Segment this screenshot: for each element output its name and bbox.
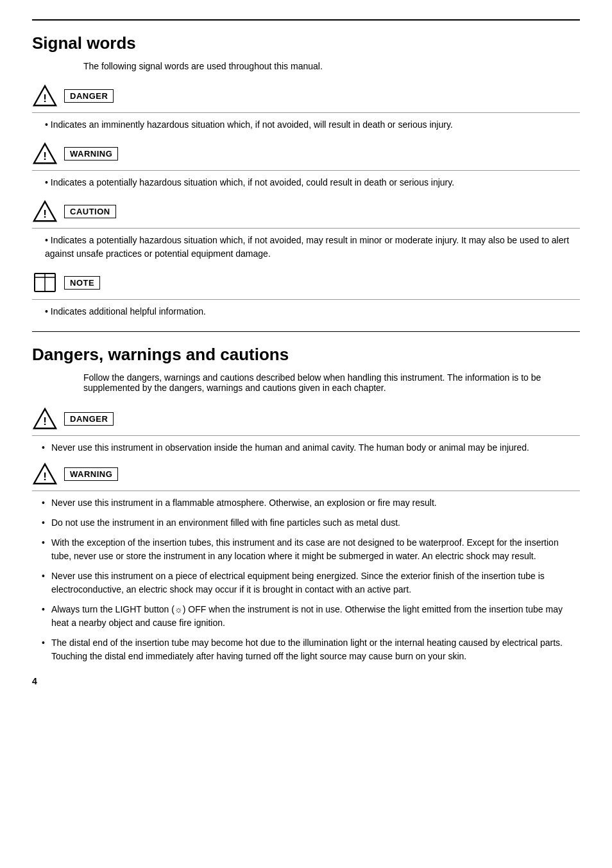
warning-triangle-icon: ! — [32, 141, 58, 166]
section-divider — [32, 331, 580, 332]
caution-triangle-icon: ! — [32, 198, 58, 224]
dangers-section-title: Dangers, warnings and cautions — [32, 345, 580, 365]
note-label: NOTE — [64, 276, 100, 290]
danger-signal-header: ! DANGER — [32, 83, 580, 113]
warning-bullet-5: Always turn the LIGHT button (☼) OFF whe… — [45, 603, 580, 630]
note-signal-header: NOTE — [32, 270, 580, 300]
svg-text:!: ! — [43, 150, 47, 162]
signal-words-title: Signal words — [32, 33, 580, 53]
danger-bullet-1: Never use this instrument in observation… — [45, 441, 580, 455]
warning-bullet-3: With the exception of the insertion tube… — [45, 536, 580, 563]
svg-text:!: ! — [43, 471, 47, 483]
caution-label: CAUTION — [64, 205, 116, 218]
warning-bullet-4: Never use this instrument on a piece of … — [45, 569, 580, 596]
signal-words-intro: The following signal words are used thro… — [83, 61, 580, 71]
section-warning-bullets: Never use this instrument in a flammable… — [45, 496, 580, 663]
danger-description: Indicates an imminently hazardous situat… — [45, 118, 580, 132]
signal-words-section: Signal words The following signal words … — [32, 33, 580, 318]
section-danger-bullets: Never use this instrument in observation… — [45, 441, 580, 455]
section-warning-icon: ! — [32, 461, 58, 487]
page-number: 4 — [32, 676, 580, 686]
warning-bullet-2: Do not use the instrument in an environm… — [45, 516, 580, 530]
caution-signal-header: ! CAUTION — [32, 198, 580, 229]
danger-label: DANGER — [64, 89, 114, 103]
svg-text:!: ! — [43, 415, 47, 428]
section-danger-icon: ! — [32, 406, 58, 431]
warning-signal-block: ! WARNING Indicates a potentially hazard… — [32, 141, 580, 189]
section-danger-label: DANGER — [64, 412, 114, 426]
svg-text:!: ! — [43, 92, 47, 105]
section-danger-block: ! DANGER Never use this instrument in ob… — [32, 406, 580, 455]
warning-signal-header: ! WARNING — [32, 141, 580, 171]
warning-description: Indicates a potentially hazardous situat… — [45, 176, 580, 189]
note-description: Indicates additional helpful information… — [45, 305, 580, 318]
section-danger-header: ! DANGER — [32, 406, 580, 436]
danger-signal-block: ! DANGER Indicates an imminently hazardo… — [32, 83, 580, 132]
section-warning-label: WARNING — [64, 467, 118, 481]
note-book-icon — [32, 270, 58, 295]
svg-text:!: ! — [43, 208, 47, 220]
dangers-section-intro: Follow the dangers, warnings and caution… — [83, 372, 580, 393]
section-warning-block: ! WARNING Never use this instrument in a… — [32, 461, 580, 663]
note-signal-block: NOTE Indicates additional helpful inform… — [32, 270, 580, 318]
warning-bullet-6: The distal end of the insertion tube may… — [45, 636, 580, 663]
section-warning-header: ! WARNING — [32, 461, 580, 491]
dangers-warnings-cautions-section: Dangers, warnings and cautions Follow th… — [32, 345, 580, 663]
danger-triangle-icon: ! — [32, 83, 58, 108]
warning-bullet-1: Never use this instrument in a flammable… — [45, 496, 580, 510]
warning-label: WARNING — [64, 147, 118, 161]
caution-signal-block: ! CAUTION Indicates a potentially hazard… — [32, 198, 580, 261]
caution-description: Indicates a potentially hazardous situat… — [45, 234, 580, 261]
